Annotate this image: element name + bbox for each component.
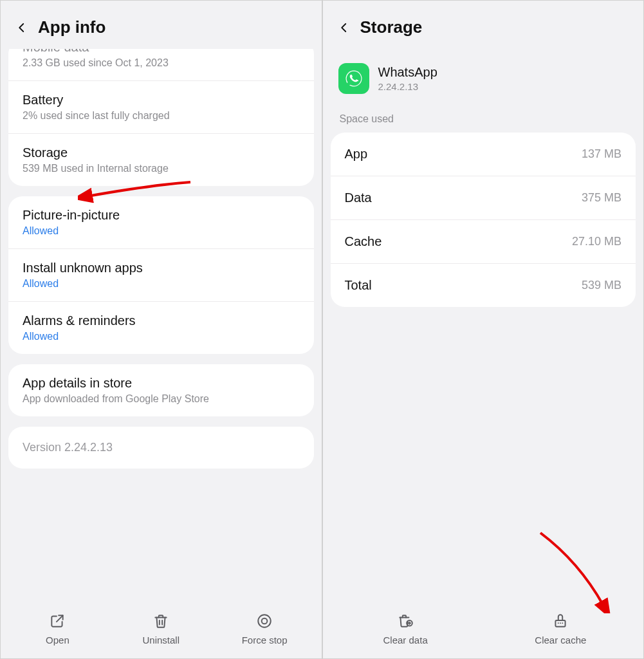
uninstall-button[interactable]: Uninstall	[109, 613, 213, 645]
version-card: Version 2.24.2.13	[8, 427, 314, 469]
open-button[interactable]: Open	[6, 613, 109, 645]
trash-icon	[152, 613, 169, 629]
app-version: 2.24.2.13	[378, 81, 437, 92]
whatsapp-icon	[338, 63, 369, 94]
row-title: Storage	[23, 145, 300, 160]
row-app-details-in-store[interactable]: App details in store App downloaded from…	[8, 364, 314, 416]
row-total-size: Total 539 MB	[331, 264, 636, 307]
space-used-card: App 137 MB Data 375 MB Cache 27.10 MB To…	[331, 133, 636, 307]
row-mobile-data[interactable]: Mobile data 2.33 GB used since Oct 1, 20…	[8, 49, 314, 81]
usage-card: Mobile data 2.33 GB used since Oct 1, 20…	[8, 49, 314, 186]
app-block: WhatsApp 2.24.2.13	[323, 49, 644, 113]
version-text: Version 2.24.2.13	[23, 441, 300, 454]
row-sub: 2.33 GB used since Oct 1, 2023	[23, 57, 300, 69]
row-install-unknown-apps[interactable]: Install unknown apps Allowed	[8, 249, 314, 302]
clear-cache-icon	[552, 613, 569, 629]
row-title: App details in store	[23, 376, 300, 391]
permissions-card: Picture-in-picture Allowed Install unkno…	[8, 196, 314, 354]
svg-point-0	[258, 615, 271, 627]
row-title: Picture-in-picture	[23, 208, 300, 223]
clear-cache-button[interactable]: Clear cache	[483, 613, 638, 645]
back-icon[interactable]	[16, 22, 28, 33]
svg-point-1	[262, 618, 268, 624]
row-alarms-reminders[interactable]: Alarms & reminders Allowed	[8, 302, 314, 354]
back-icon[interactable]	[338, 22, 350, 33]
header: App info	[1, 1, 322, 49]
row-cache-size: Cache 27.10 MB	[331, 220, 636, 264]
clear-data-button[interactable]: Clear data	[328, 613, 483, 645]
bottom-action-bar: Open Uninstall Force stop	[1, 604, 322, 658]
store-card: App details in store App downloaded from…	[8, 364, 314, 416]
force-stop-icon	[256, 613, 273, 629]
row-sub: App downloaded from Google Play Store	[23, 393, 300, 405]
row-data-size: Data 375 MB	[331, 176, 636, 220]
row-sub: 2% used since last fully charged	[23, 110, 300, 122]
row-picture-in-picture[interactable]: Picture-in-picture Allowed	[8, 196, 314, 249]
kv-val: 137 MB	[582, 147, 621, 161]
row-sub: Allowed	[23, 225, 300, 237]
row-storage[interactable]: Storage 539 MB used in Internal storage	[8, 134, 314, 186]
force-stop-label: Force stop	[242, 635, 288, 645]
right-screen-storage: Storage WhatsApp 2.24.2.13 Space used Ap…	[322, 0, 645, 659]
row-title: Mobile data	[23, 49, 300, 55]
uninstall-label: Uninstall	[142, 635, 179, 645]
clear-data-label: Clear data	[383, 635, 428, 645]
open-icon	[49, 613, 66, 629]
left-screen-app-info: App info Mobile data 2.33 GB used since …	[0, 0, 322, 659]
row-title: Battery	[23, 93, 300, 107]
header: Storage	[323, 1, 644, 49]
row-sub: Allowed	[23, 331, 300, 342]
page-title: Storage	[360, 17, 423, 37]
row-battery[interactable]: Battery 2% used since last fully charged	[8, 81, 314, 134]
app-meta: WhatsApp 2.24.2.13	[378, 65, 437, 92]
clear-cache-label: Clear cache	[535, 635, 586, 645]
app-name: WhatsApp	[378, 65, 437, 80]
row-app-size: App 137 MB	[331, 133, 636, 176]
kv-key: Data	[345, 190, 372, 205]
open-label: Open	[46, 635, 69, 645]
force-stop-button[interactable]: Force stop	[213, 613, 317, 645]
clear-data-icon	[397, 613, 414, 629]
row-title: Alarms & reminders	[23, 313, 300, 328]
row-sub: 539 MB used in Internal storage	[23, 163, 300, 174]
kv-key: Cache	[345, 234, 382, 249]
kv-val: 27.10 MB	[572, 235, 621, 248]
bottom-action-bar: Clear data Clear cache	[323, 604, 644, 658]
kv-key: App	[345, 147, 368, 162]
kv-val: 375 MB	[582, 191, 621, 205]
row-sub: Allowed	[23, 278, 300, 290]
section-label: Space used	[323, 113, 644, 133]
row-title: Install unknown apps	[23, 261, 300, 275]
kv-key: Total	[345, 278, 372, 293]
kv-val: 539 MB	[582, 279, 621, 292]
content-area: Mobile data 2.33 GB used since Oct 1, 20…	[1, 49, 322, 604]
page-title: App info	[38, 17, 106, 37]
